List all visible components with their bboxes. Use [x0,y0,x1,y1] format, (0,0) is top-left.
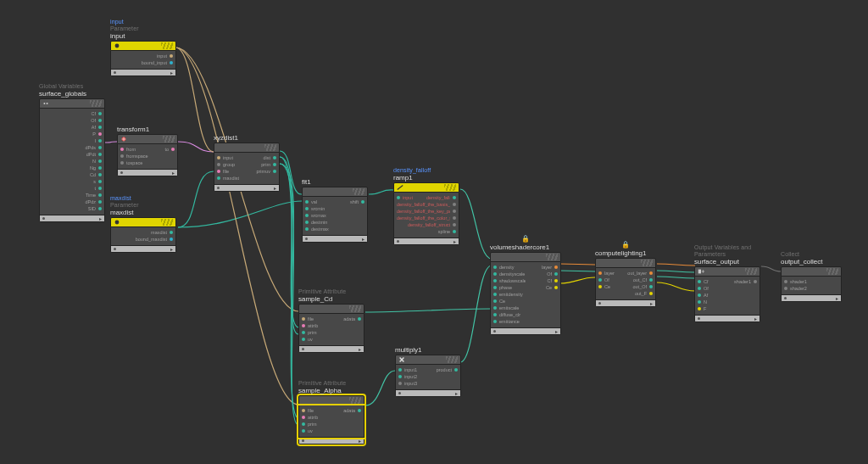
input-port[interactable] [493,313,497,316]
input-port[interactable] [493,266,497,269]
input-port[interactable] [120,154,124,158]
node-header[interactable] [781,266,842,277]
output-port[interactable] [98,153,102,156]
node-header[interactable] [302,187,368,197]
output-port[interactable] [98,126,102,129]
output-port[interactable] [453,216,456,220]
node-xyzdist1[interactable]: xyzdist1 inputdist groupprim fileprimuv … [214,134,280,192]
output-port[interactable] [361,200,364,204]
input-port[interactable] [598,285,602,288]
input-port[interactable] [493,293,497,296]
input-port[interactable] [302,338,305,341]
input-port[interactable] [305,227,309,231]
output-port[interactable] [98,180,102,183]
output-port[interactable] [754,280,757,283]
output-port[interactable] [453,203,456,206]
input-port[interactable] [398,368,402,372]
input-port[interactable] [397,196,400,199]
input-port[interactable] [698,300,701,304]
node-header[interactable] [298,304,364,314]
input-port[interactable] [302,317,305,321]
input-port[interactable] [493,320,497,323]
output-port[interactable] [453,196,456,199]
output-port[interactable] [170,54,173,58]
node-header[interactable] [39,98,105,109]
input-port[interactable] [302,324,305,327]
node-transform1[interactable]: transform1 fromto fromspace tospace ▸ [117,126,178,176]
output-port[interactable] [453,230,456,233]
output-port[interactable] [98,119,102,122]
node-header[interactable] [110,41,176,51]
node-header[interactable] [110,217,176,227]
input-port[interactable] [493,279,497,282]
node-computelighting1[interactable]: 🔒 computelighting1 layerout_layer Ofout_… [595,249,656,307]
input-port[interactable] [217,163,220,166]
node-header[interactable] [395,355,461,365]
output-port[interactable] [98,159,102,163]
input-port[interactable] [305,221,309,224]
output-port[interactable] [649,278,653,282]
input-port[interactable] [305,214,309,217]
input-port[interactable] [698,280,701,283]
node-input[interactable]: input Parameter input input bound_input … [110,19,176,76]
input-port[interactable] [217,170,220,173]
node-volumeshadercore1[interactable]: 🔒 volumeshadercore1 densitylayer density… [490,243,561,335]
output-port[interactable] [98,193,102,197]
output-port[interactable] [453,223,456,226]
input-port[interactable] [120,161,124,165]
node-fit1[interactable]: fit1 valshift srcmin srcmax destmin dest… [302,178,368,243]
input-port[interactable] [598,271,602,275]
output-port[interactable] [98,200,102,204]
output-port[interactable] [554,286,558,289]
input-port[interactable] [305,207,309,210]
output-port[interactable] [170,61,173,64]
output-port[interactable] [98,173,102,176]
node-ramp1[interactable]: density_falloff ramp1 inputdensity_fallo… [393,167,459,245]
output-port[interactable] [649,292,653,295]
output-port[interactable] [171,148,175,151]
node-header[interactable] [393,182,459,193]
output-port[interactable] [273,170,276,173]
input-port[interactable] [398,382,402,385]
output-port[interactable] [98,207,102,210]
input-port[interactable] [305,200,309,204]
output-port[interactable] [98,112,102,115]
node-maxdist[interactable]: maxdist Parameter maxdist maxdist bound_… [110,195,176,253]
output-port[interactable] [98,166,102,170]
input-port[interactable] [120,148,124,151]
node-header[interactable] [298,395,364,405]
input-port[interactable] [698,293,701,297]
input-port[interactable] [302,416,305,419]
node-surface-globals[interactable]: Global Variables surface_globals Cf Of A… [39,83,105,222]
input-port[interactable] [217,176,220,180]
output-port[interactable] [358,317,361,321]
output-port[interactable] [98,187,102,190]
input-port[interactable] [302,429,305,433]
output-port[interactable] [554,272,558,276]
node-header[interactable] [694,266,760,277]
output-port[interactable] [453,210,456,213]
input-port[interactable] [302,422,305,426]
input-port[interactable] [217,156,220,159]
output-port[interactable] [554,266,558,269]
output-port[interactable] [649,271,653,275]
input-port[interactable] [493,286,497,289]
output-port[interactable] [170,238,173,241]
output-port[interactable] [273,156,276,159]
node-header[interactable] [214,143,280,153]
input-port[interactable] [302,409,305,412]
input-port[interactable] [698,287,701,290]
node-header[interactable] [595,258,656,268]
output-port[interactable] [98,132,102,136]
input-port[interactable] [493,272,497,276]
output-port[interactable] [649,285,653,288]
input-port[interactable] [598,278,602,282]
input-port[interactable] [784,287,787,290]
output-port[interactable] [98,146,102,149]
input-port[interactable] [398,375,402,378]
input-port[interactable] [493,299,497,303]
input-port[interactable] [302,331,305,334]
input-port[interactable] [784,280,787,283]
output-port[interactable] [98,139,102,143]
output-port[interactable] [273,163,276,166]
